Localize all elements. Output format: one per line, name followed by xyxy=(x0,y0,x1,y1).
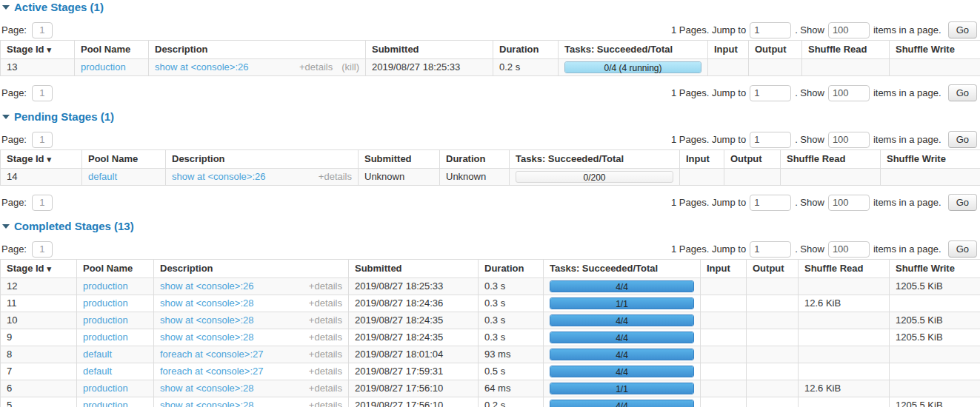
column-header-description[interactable]: Description xyxy=(149,41,366,59)
column-header-output[interactable]: Output xyxy=(724,150,781,169)
column-header-shuffle-read[interactable]: Shuffle Read xyxy=(781,150,881,169)
pages-jump-text: 1 Pages. Jump to xyxy=(671,197,746,208)
column-header-stage-id[interactable]: Stage Id▾ xyxy=(1,150,82,169)
go-button[interactable]: Go xyxy=(948,21,977,38)
pool-name-link[interactable]: production xyxy=(83,332,128,343)
pages-jump-text: 1 Pages. Jump to xyxy=(671,134,746,145)
active-stages-heading[interactable]: Active Stages (1) xyxy=(2,1,980,13)
column-header-input[interactable]: Input xyxy=(708,41,749,59)
details-toggle[interactable]: +details xyxy=(319,171,352,183)
pool-name-link[interactable]: default xyxy=(83,349,112,360)
page-input[interactable] xyxy=(32,195,53,211)
stage-description-link[interactable]: show at <console>:28 xyxy=(160,383,253,394)
column-header-shuffle-read[interactable]: Shuffle Read xyxy=(802,41,890,59)
stage-description-link[interactable]: show at <console>:26 xyxy=(160,280,253,292)
column-header-duration[interactable]: Duration xyxy=(493,41,559,59)
pool-name-link[interactable]: production xyxy=(83,400,128,407)
go-button[interactable]: Go xyxy=(948,240,977,258)
stage-description-link[interactable]: foreach at <console>:27 xyxy=(160,349,264,360)
column-header-submitted[interactable]: Submitted xyxy=(359,150,440,169)
pagination-bar: Page: 1 Pages. Jump to . Show items in a… xyxy=(1,21,977,38)
stage-description-link[interactable]: show at <console>:26 xyxy=(172,171,265,183)
tasks-progress-label: 1/1 xyxy=(616,299,628,309)
go-button[interactable]: Go xyxy=(948,84,977,101)
column-header-pool-name[interactable]: Pool Name xyxy=(77,260,154,278)
details-toggle[interactable]: +details xyxy=(309,280,342,292)
submitted-cell: 2019/08/27 18:24:36 xyxy=(349,295,479,312)
page-input[interactable] xyxy=(32,132,53,148)
duration-cell: 0.5 s xyxy=(479,363,544,380)
page-size-input[interactable] xyxy=(828,195,870,211)
output-cell xyxy=(747,278,799,295)
column-header-description[interactable]: Description xyxy=(154,260,349,278)
column-header-shuffle-read[interactable]: Shuffle Read xyxy=(799,260,890,278)
stage-description-link[interactable]: show at <console>:28 xyxy=(160,400,253,407)
column-header-stage-id[interactable]: Stage Id▾ xyxy=(1,41,75,59)
column-header-description[interactable]: Description xyxy=(166,150,359,169)
column-header-shuffle-write[interactable]: Shuffle Write xyxy=(890,260,980,278)
output-cell xyxy=(747,329,799,346)
column-header-pool-name[interactable]: Pool Name xyxy=(75,41,149,59)
details-toggle[interactable]: +details xyxy=(309,314,342,326)
details-toggle[interactable]: +details xyxy=(309,366,342,377)
details-toggle[interactable]: +details xyxy=(309,332,342,343)
details-toggle[interactable]: +details xyxy=(299,61,333,73)
jump-to-input[interactable] xyxy=(750,85,791,101)
column-header-stage-id[interactable]: Stage Id▾ xyxy=(1,260,77,278)
pool-name-link[interactable]: default xyxy=(88,171,117,182)
pool-name-link[interactable]: production xyxy=(83,297,128,309)
go-button[interactable]: Go xyxy=(948,131,977,148)
page-size-input[interactable] xyxy=(828,85,870,101)
pages-jump-text: 1 Pages. Jump to xyxy=(671,243,746,255)
column-header-duration[interactable]: Duration xyxy=(479,260,544,278)
pool-name-link[interactable]: production xyxy=(81,61,126,73)
page-input[interactable] xyxy=(32,22,53,38)
column-header-input[interactable]: Input xyxy=(701,260,747,278)
jump-to-input[interactable] xyxy=(750,22,791,38)
go-button[interactable]: Go xyxy=(948,194,977,211)
page-size-input[interactable] xyxy=(828,132,870,148)
stage-description-link[interactable]: foreach at <console>:27 xyxy=(160,366,264,377)
jump-to-input[interactable] xyxy=(750,241,791,258)
page-size-input[interactable] xyxy=(828,22,870,38)
pool-name-link[interactable]: production xyxy=(83,314,128,326)
pool-name-link[interactable]: default xyxy=(83,366,112,377)
stage-description-link[interactable]: show at <console>:28 xyxy=(160,297,253,309)
items-text: items in a page. xyxy=(873,24,941,36)
pool-name-link[interactable]: production xyxy=(83,280,128,292)
jump-to-input[interactable] xyxy=(750,195,791,211)
column-label: Pool Name xyxy=(81,44,130,55)
details-toggle[interactable]: +details xyxy=(309,349,342,360)
stage-description-link[interactable]: show at <console>:28 xyxy=(160,332,253,343)
column-header-tasks-succeeded-total[interactable]: Tasks: Succeeded/Total xyxy=(544,260,701,278)
stage-description-link[interactable]: show at <console>:26 xyxy=(155,61,248,73)
stage-description-link[interactable]: show at <console>:28 xyxy=(160,314,253,326)
page-input[interactable] xyxy=(32,241,53,258)
page-size-input[interactable] xyxy=(828,241,870,258)
duration-cell: 0.3 s xyxy=(479,295,544,312)
jump-to-input[interactable] xyxy=(750,132,791,148)
page-input[interactable] xyxy=(32,85,53,101)
details-toggle[interactable]: +details xyxy=(309,400,342,407)
column-header-pool-name[interactable]: Pool Name xyxy=(82,150,166,169)
completed-stages-heading[interactable]: Completed Stages (13) xyxy=(2,220,980,232)
stage-row: 14defaultshow at <console>:26+detailsUnk… xyxy=(1,169,980,186)
pool-name-link[interactable]: production xyxy=(83,383,128,394)
column-header-output[interactable]: Output xyxy=(749,41,802,59)
column-header-shuffle-write[interactable]: Shuffle Write xyxy=(881,150,980,169)
column-label: Duration xyxy=(446,153,485,164)
column-label: Stage Id xyxy=(7,263,44,274)
column-header-submitted[interactable]: Submitted xyxy=(366,41,493,59)
column-header-submitted[interactable]: Submitted xyxy=(349,260,479,278)
column-header-output[interactable]: Output xyxy=(747,260,799,278)
column-header-input[interactable]: Input xyxy=(680,150,724,169)
kill-link[interactable]: (kill) xyxy=(341,61,359,73)
details-toggle[interactable]: +details xyxy=(309,383,342,394)
column-header-tasks-succeeded-total[interactable]: Tasks: Succeeded/Total xyxy=(510,150,680,169)
pending-stages-heading[interactable]: Pending Stages (1) xyxy=(2,110,980,123)
column-header-tasks-succeeded-total[interactable]: Tasks: Succeeded/Total xyxy=(559,41,708,59)
column-header-duration[interactable]: Duration xyxy=(440,150,510,169)
column-label: Duration xyxy=(484,263,524,274)
details-toggle[interactable]: +details xyxy=(309,297,342,309)
column-header-shuffle-write[interactable]: Shuffle Write xyxy=(890,41,980,59)
